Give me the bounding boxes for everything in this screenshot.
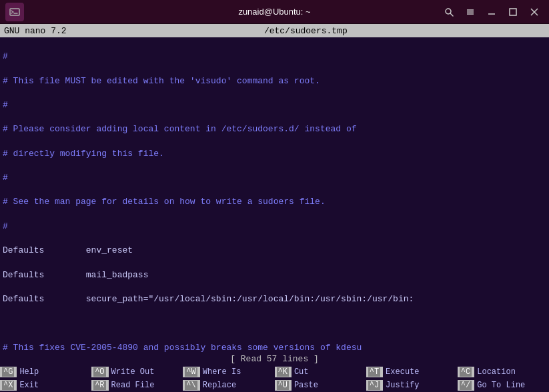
maximize-button[interactable]	[504, 3, 522, 21]
close-button[interactable]	[525, 3, 544, 21]
editor-line: #	[3, 51, 546, 63]
terminal-icon-button[interactable]	[5, 3, 24, 21]
shortcut-paste[interactable]: ^U Paste	[275, 380, 366, 391]
shortcut-exit[interactable]: ^X Exit	[0, 380, 91, 391]
status-bar: [ Read 57 lines ]	[0, 352, 549, 365]
svg-line-3	[450, 13, 453, 16]
minimize-button[interactable]	[482, 3, 501, 21]
shortcut-cut[interactable]: ^K Cut	[275, 367, 366, 377]
editor-line: #	[3, 99, 546, 111]
title-left	[5, 3, 24, 21]
shortcut-row-2: ^X Exit ^R Read File ^\ Replace ^U Paste…	[0, 379, 549, 392]
svg-rect-0	[10, 9, 19, 15]
shortcut-location[interactable]: ^C Location	[458, 367, 549, 377]
editor-line: # This fixes CVE-2005-4890 and possibly …	[3, 342, 546, 352]
editor-line: Defaults secure_path="/usr/local/sbin:/u…	[3, 293, 546, 305]
svg-rect-8	[510, 9, 516, 15]
menu-button[interactable]	[461, 3, 480, 21]
editor-area[interactable]: # # This file MUST be edited with the 'v…	[0, 37, 549, 352]
shortcut-writeout[interactable]: ^O Write Out	[91, 367, 183, 377]
editor-line: Defaults mail_badpass	[3, 269, 546, 281]
editor-line: # See the man page for details on how to…	[3, 196, 546, 208]
title-bar: zunaid@Ubuntu: ~	[0, 0, 549, 24]
search-button[interactable]	[440, 3, 458, 21]
status-text: [ Read 57 lines ]	[230, 354, 319, 364]
nano-header: GNU nano 7.2 /etc/sudoers.tmp	[0, 24, 549, 37]
editor-line: # This file MUST be edited with the 'vis…	[3, 75, 546, 87]
nano-version: GNU nano 7.2	[4, 26, 67, 36]
editor-line: # Please consider adding local content i…	[3, 123, 546, 135]
editor-line: Defaults env_reset	[3, 245, 546, 257]
shortcut-justify[interactable]: ^J Justify	[366, 380, 458, 391]
shortcut-bar: ^G Help ^O Write Out ^W Where Is ^K Cut …	[0, 365, 549, 392]
window-controls	[440, 3, 544, 21]
editor-line: #	[3, 221, 546, 233]
editor-line	[3, 317, 546, 329]
shortcut-readfile[interactable]: ^R Read File	[91, 380, 183, 391]
window-title: zunaid@Ubuntu: ~	[238, 7, 310, 17]
shortcut-gotoline[interactable]: ^/ Go To Line	[458, 380, 549, 391]
nano-filename: /etc/sudoers.tmp	[264, 26, 348, 36]
shortcut-execute[interactable]: ^T Execute	[366, 367, 458, 377]
shortcut-help[interactable]: ^G Help	[0, 367, 91, 377]
editor-line: # directly modifying this file.	[3, 148, 546, 160]
shortcut-whereis[interactable]: ^W Where Is	[183, 367, 274, 377]
editor-line: #	[3, 172, 546, 184]
shortcut-replace[interactable]: ^\ Replace	[183, 380, 274, 391]
shortcut-row-1: ^G Help ^O Write Out ^W Where Is ^K Cut …	[0, 365, 549, 379]
